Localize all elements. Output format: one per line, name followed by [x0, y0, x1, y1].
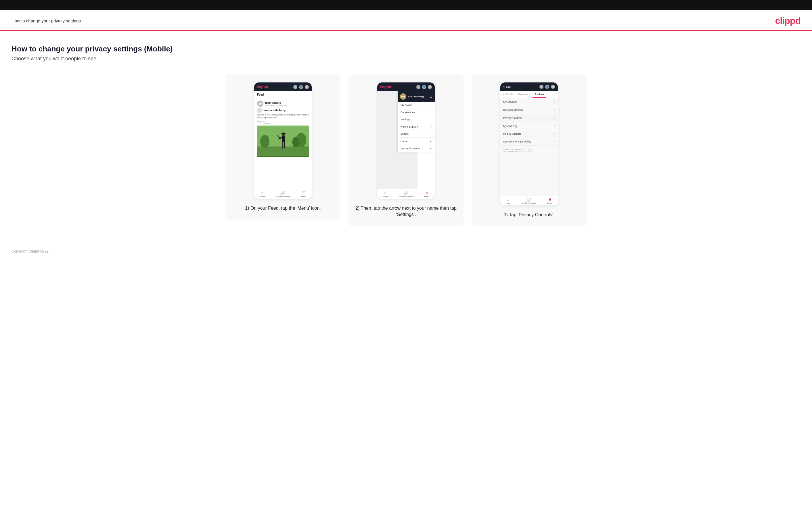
home-nav-chevron: ∨: [430, 140, 432, 143]
dropdown-user: BM Blair McHarg: [400, 93, 424, 100]
external-link-icon: ↗: [430, 125, 432, 128]
menu-icon3: ☰: [548, 198, 552, 202]
dropdown-myprofile[interactable]: My Profile: [398, 102, 435, 109]
settings-my-account[interactable]: My Account ›: [500, 98, 558, 106]
feed-tab: Feed: [254, 91, 312, 98]
tab-connections[interactable]: Connections: [515, 91, 532, 98]
lesson-desc: Looking to feel like my hands are exitin…: [257, 113, 309, 119]
settings-my-golf-bag[interactable]: My Golf Bag ›: [500, 122, 558, 130]
performance-label2: My Performance: [399, 195, 413, 198]
menu-label: Menu: [301, 195, 306, 198]
search-icon: ⌕: [416, 85, 420, 89]
phone1-topbar: clippd ⌕ 👤 ⊕: [254, 82, 312, 91]
dropdown-username: Blair McHarg: [408, 95, 424, 98]
settings-privacy-controls[interactable]: Privacy Controls ›: [500, 114, 558, 122]
phone1-content: Feed BM Blair McHarg Yesterday · Sunning…: [254, 91, 312, 189]
phone2-icons: ⌕ 👤 ⊕: [416, 85, 432, 89]
home-icon: ⌂: [261, 191, 263, 195]
home-label2: Home: [383, 195, 388, 198]
settings-help-support[interactable]: Help & Support ↗: [500, 130, 558, 138]
home-btn2[interactable]: ⌂ Home: [383, 191, 388, 198]
top-bar: [0, 0, 812, 10]
data-integrations-chevron: ›: [554, 108, 555, 111]
lesson-icon: [257, 108, 262, 113]
privacy-controls-label: Privacy Controls: [503, 117, 522, 119]
home-icon2: ⌂: [384, 191, 386, 195]
menu-label2: Menu: [424, 195, 429, 198]
golf-image: [257, 125, 309, 157]
my-account-chevron: ›: [554, 100, 555, 103]
help-support-ext-icon: ↗: [553, 133, 555, 135]
avatar: BM: [257, 101, 263, 107]
settings-tabs: My Profile Connections Settings: [500, 91, 558, 98]
phone2-content: BM Blair McHarg ▲ My Profile Connections…: [377, 91, 435, 189]
performance-nav-label: My Performance: [401, 147, 419, 150]
steps-row: clippd ⌕ 👤 ⊕ Feed BM Blair McHarg: [11, 74, 801, 226]
phone2-logo: clippd: [380, 85, 391, 89]
step-1-card: clippd ⌕ 👤 ⊕ Feed BM Blair McHarg: [225, 74, 341, 219]
phone3-topbar: < Back ⌕ 👤 ⊕: [500, 82, 558, 91]
performance-label3: My Performance: [522, 202, 537, 204]
menu-btn[interactable]: ☰ Menu: [301, 191, 306, 198]
performance-icon2: 📈: [404, 191, 408, 195]
phone1-logo: clippd: [257, 85, 268, 89]
dropdown-help[interactable]: Help & Support ↗: [398, 123, 435, 130]
settings-service-privacy[interactable]: Service & Privacy Policy ↗: [500, 138, 558, 146]
svg-point-4: [292, 137, 299, 147]
main-content: How to change your privacy settings (Mob…: [0, 31, 812, 237]
performance-btn2[interactable]: 📈 My Performance: [399, 191, 413, 198]
back-btn[interactable]: < Back: [503, 85, 511, 88]
close-icon: ✕: [425, 191, 428, 195]
author-location: Yesterday · Sunningdale: [265, 104, 287, 106]
step2-caption: 2) Then, tap the arrow next to your name…: [354, 205, 458, 218]
tab-settings[interactable]: Settings: [532, 91, 546, 98]
home-btn3[interactable]: ⌂ Home: [506, 198, 511, 204]
copyright: Copyright Clippd 2022: [11, 249, 49, 253]
step-2-phone: clippd ⌕ 👤 ⊕ BM: [377, 82, 435, 199]
author-name: Blair McHarg: [265, 101, 287, 104]
home-label3: Home: [506, 202, 511, 204]
version-client: Clippd Client Version: 2022.8.3-3: [503, 149, 555, 151]
settings-version: Clippd Client Version: 2022.8.3-3 GQL Se…: [500, 146, 558, 154]
dropdown-home-nav[interactable]: Home ∨: [398, 137, 435, 145]
tab-myprofile[interactable]: My Profile: [500, 91, 515, 98]
step-3-card: < Back ⌕ 👤 ⊕ My Profile Connections Sett…: [471, 74, 587, 226]
dropdown-connections[interactable]: Connections: [398, 109, 435, 116]
dropdown-chevron-icon: ▲: [429, 95, 433, 98]
lesson-duration: Duration01 hr : 30 min: [257, 120, 309, 124]
performance-nav-chevron: ∨: [430, 147, 432, 150]
dropdown-avatar: BM: [400, 93, 406, 100]
step-2-card: clippd ⌕ 👤 ⊕ BM: [349, 74, 463, 226]
step1-caption: 1) On your Feed, tap the ‘Menu’ icon.: [245, 205, 321, 211]
settings-data-integrations[interactable]: Data Integrations ›: [500, 106, 558, 114]
user-icon: 👤: [299, 85, 303, 89]
help-support-label: Help & Support: [503, 132, 521, 135]
dropdown-help-label: Help & Support: [401, 125, 418, 128]
phone3-icons: ⌕ 👤 ⊕: [540, 85, 555, 89]
dropdown-header: BM Blair McHarg ▲: [398, 91, 435, 102]
home-label: Home: [260, 195, 265, 198]
dropdown-settings[interactable]: Settings: [398, 116, 435, 123]
performance-btn[interactable]: 📈 My Performance: [276, 191, 291, 198]
my-account-label: My Account: [503, 101, 517, 103]
search-icon: ⌕: [293, 85, 297, 89]
my-golf-bag-label: My Golf Bag: [503, 125, 517, 127]
page-subheading: Choose what you want people to see: [11, 56, 801, 62]
privacy-controls-chevron: ›: [554, 116, 555, 119]
phone1-icons: ⌕ 👤 ⊕: [293, 85, 309, 89]
performance-btn3[interactable]: 📈 My Performance: [522, 198, 537, 204]
home-btn[interactable]: ⌂ Home: [260, 191, 265, 198]
search-icon3: ⌕: [540, 85, 544, 89]
dropdown-performance-nav[interactable]: My Performance ∨: [398, 145, 435, 152]
menu-btn3[interactable]: ☰ Menu: [548, 198, 553, 204]
dropdown-logout[interactable]: Logout: [398, 130, 435, 137]
service-privacy-ext-icon: ↗: [553, 140, 555, 143]
service-privacy-label: Service & Privacy Policy: [503, 140, 531, 143]
lesson-name: Lesson with Fordy: [263, 109, 286, 112]
phone2-topbar: clippd ⌕ 👤 ⊕: [377, 82, 435, 91]
post-card: BM Blair McHarg Yesterday · Sunningdale …: [254, 98, 312, 159]
menu-btn2[interactable]: ✕ Menu: [424, 191, 429, 198]
footer: Copyright Clippd 2022: [0, 237, 812, 259]
phone3-bottombar: ⌂ Home 📈 My Performance ☰ Menu: [500, 195, 558, 206]
performance-icon: 📈: [281, 191, 285, 195]
